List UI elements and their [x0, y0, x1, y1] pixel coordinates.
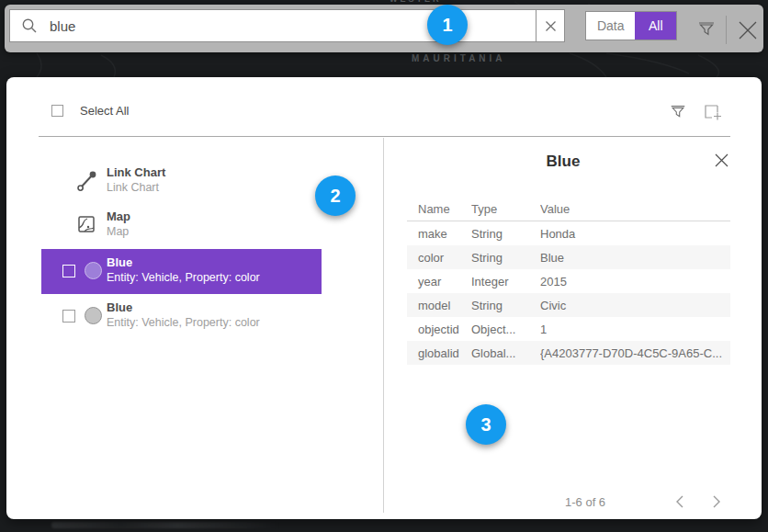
search-scope-toggle: Data All — [585, 11, 677, 40]
table-row: model String Civic — [407, 293, 730, 317]
result-title: Link Chart — [107, 165, 165, 179]
cell-value: Honda — [540, 227, 730, 241]
result-checkbox[interactable] — [62, 265, 75, 277]
step-badge-3: 3 — [466, 404, 506, 445]
search-results-panel: Select All Link Chart Link Chart Map Map — [6, 77, 762, 519]
table-row: year Integer 2015 — [407, 269, 730, 293]
header-name: Name — [407, 202, 471, 216]
detail-title: Blue — [407, 153, 719, 171]
add-to-selection-icon[interactable] — [702, 102, 723, 126]
pagination-range-label: 1-6 of 6 — [565, 495, 605, 509]
cell-name: objectid — [407, 323, 471, 336]
toggle-option-data[interactable]: Data — [586, 12, 635, 40]
result-subtitle: Entity: Vehicle, Property: color — [107, 316, 260, 329]
search-toolbar: Data All — [5, 5, 763, 52]
clear-x-icon — [545, 20, 557, 32]
map-label-mauritania: MAURITANIA — [412, 53, 506, 63]
entity-circle-icon — [85, 262, 102, 279]
cell-name: year — [407, 275, 471, 289]
cell-type: String — [471, 299, 540, 312]
cell-type: Integer — [471, 275, 540, 289]
panel-header-divider — [39, 136, 730, 137]
result-subtitle: Map — [107, 225, 129, 238]
result-subtitle: Entity: Vehicle, Property: color — [107, 271, 260, 284]
cell-value: Blue — [540, 251, 730, 265]
result-item-link-chart[interactable]: Link Chart Link Chart — [41, 160, 322, 205]
cell-name: model — [407, 299, 471, 312]
header-type: Type — [471, 202, 540, 216]
clear-search-button[interactable] — [536, 10, 564, 41]
close-search-icon[interactable] — [736, 18, 760, 46]
results-filter-funnel-icon[interactable] — [669, 102, 687, 124]
cell-name: globalid — [407, 346, 471, 360]
result-item-map[interactable]: Map Map — [41, 204, 322, 249]
toolbar-divider — [726, 16, 727, 44]
cell-value: Civic — [540, 299, 730, 312]
cell-type: Object... — [471, 323, 540, 336]
chevron-right-icon[interactable] — [712, 495, 721, 511]
table-row: color String Blue — [407, 245, 730, 269]
map-label-western-sahara: WESTER — [390, 0, 442, 4]
search-box[interactable] — [9, 9, 565, 42]
filter-funnel-icon[interactable] — [696, 18, 717, 42]
cell-type: String — [471, 251, 540, 265]
map-icon — [76, 213, 96, 235]
attribute-table: Name Type Value make String Honda color … — [407, 197, 730, 365]
result-title: Blue — [107, 255, 132, 269]
result-title: Blue — [107, 300, 132, 314]
pagination: 1-6 of 6 — [521, 493, 741, 512]
link-chart-icon — [76, 169, 98, 193]
cell-value: 1 — [540, 323, 730, 336]
table-row: make String Honda — [407, 221, 730, 245]
attribute-table-header: Name Type Value — [407, 197, 730, 221]
table-row: globalid Global... {A4203777-D70D-4C5C-9… — [407, 341, 730, 365]
header-value: Value — [540, 202, 730, 216]
detail-close-icon[interactable] — [714, 153, 729, 172]
result-checkbox[interactable] — [62, 310, 75, 323]
entity-circle-icon — [85, 307, 102, 324]
result-item-blue-selected[interactable]: Blue Entity: Vehicle, Property: color — [41, 249, 322, 294]
step-badge-2: 2 — [315, 175, 356, 216]
select-all-checkbox[interactable] — [51, 105, 63, 117]
result-item-blue[interactable]: Blue Entity: Vehicle, Property: color — [41, 294, 322, 339]
cell-value: {A4203777-D70D-4C5C-9A65-C... — [540, 346, 730, 360]
list-detail-divider — [383, 138, 384, 513]
search-icon — [21, 17, 38, 34]
table-row: objectid Object... 1 — [407, 317, 730, 341]
map-label-bottom-faint — [51, 522, 281, 528]
screenshot-stage: WESTER MAURITANIA Data All Select All — [0, 0, 768, 532]
result-subtitle: Link Chart — [107, 181, 159, 194]
cell-type: String — [471, 227, 540, 241]
cell-name: make — [407, 227, 471, 241]
chevron-left-icon[interactable] — [675, 495, 684, 511]
toggle-option-all[interactable]: All — [635, 12, 676, 40]
cell-name: color — [407, 251, 471, 265]
step-badge-1: 1 — [427, 5, 468, 45]
cell-type: Global... — [471, 346, 540, 360]
cell-value: 2015 — [540, 275, 730, 289]
select-all-label: Select All — [80, 104, 129, 118]
result-title: Map — [107, 209, 130, 223]
